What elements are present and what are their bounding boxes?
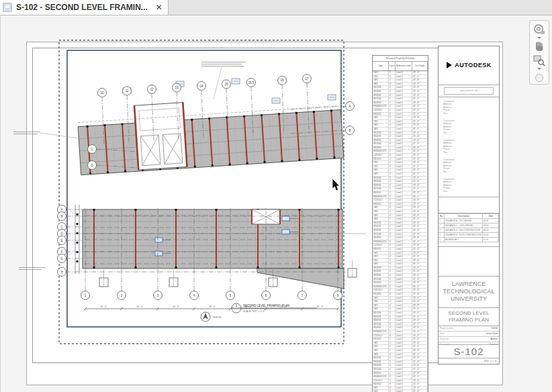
revision-row: 1ISSUANCE B - 50% DESIGN DEVELOPMENT04.1… bbox=[439, 219, 499, 224]
revision-row: 4ISSUANCE E - 100% CONSTRUCTION DOCUMENT… bbox=[439, 233, 499, 238]
titleblock-fields: Project number15016DateIssue DateDrawn b… bbox=[439, 326, 499, 345]
website-text: www.autodesk.com bbox=[444, 87, 494, 95]
revision-table: No. Description Date 1ISSUANCE B - 50% D… bbox=[439, 213, 499, 247]
consultant-block: ConsultantAddressAddressPhoneFax bbox=[443, 158, 499, 174]
consultant-line: Fax bbox=[443, 170, 499, 174]
sheet-icon bbox=[3, 3, 12, 12]
revision-header: No. Description Date bbox=[439, 213, 499, 219]
consultant-blocks: ConsultantAddressAddressPhoneFaxConsulta… bbox=[439, 97, 499, 197]
zoom-caret-icon bbox=[537, 68, 541, 70]
schedule-rows: 10K11Level 223' - 4"12K12Level 221' - 0"… bbox=[373, 71, 428, 392]
pan-hand-icon bbox=[533, 40, 545, 52]
titleblock-field: Project number15016 bbox=[439, 326, 499, 332]
navbar-options-button[interactable] bbox=[535, 74, 543, 82]
sheet-title-text: SECOND LEVEL FRAMING PLAN bbox=[439, 308, 499, 326]
autodesk-logo-text: AUTODESK bbox=[455, 62, 491, 68]
titleblock-field: Drawn byAuthor bbox=[439, 337, 499, 342]
consultant-line: Fax bbox=[443, 112, 499, 115]
revision-row: 2ISSUANCE C - 100% DESIGN DEVELOPMENT06.… bbox=[439, 224, 499, 228]
schedule-col-level: Reference Level bbox=[396, 62, 412, 70]
revision-row: 3ISSUANCE D - 50% CONSTRUCTION DOCUMENTS… bbox=[439, 228, 499, 233]
steering-wheel-button[interactable] bbox=[532, 23, 547, 39]
titleblock-spacer bbox=[439, 197, 499, 213]
view-tab-bar: S-102 - SECOND LEVEL FRAMIN... ✕ bbox=[0, 0, 552, 15]
schedule-col-length: Cut Length bbox=[412, 62, 428, 70]
titleblock-blank bbox=[439, 247, 499, 277]
drawing-canvas[interactable]: AUTODESK www.autodesk.com ConsultantAddr… bbox=[0, 15, 552, 392]
titleblock-field: DateIssue Date bbox=[439, 332, 499, 337]
titleblock[interactable]: AUTODESK www.autodesk.com ConsultantAddr… bbox=[438, 46, 500, 364]
titleblock-website: www.autodesk.com bbox=[439, 85, 499, 97]
revision-rows: 1ISSUANCE B - 50% DESIGN DEVELOPMENT04.1… bbox=[439, 219, 499, 242]
rev-col-date: Date bbox=[483, 214, 499, 218]
sheet-s102[interactable]: AUTODESK www.autodesk.com ConsultantAddr… bbox=[26, 42, 503, 385]
consultant-block: ConsultantAddressAddressPhoneFax bbox=[443, 100, 499, 115]
rev-col-description: Description bbox=[445, 214, 483, 218]
navigation-bar bbox=[529, 20, 549, 85]
structural-framing-schedule[interactable]: Structural Framing Schedule Type Count R… bbox=[372, 55, 428, 392]
tab-close-icon[interactable]: ✕ bbox=[156, 0, 163, 15]
schedule-title: Structural Framing Schedule bbox=[373, 56, 428, 62]
consultant-line: Fax bbox=[443, 190, 499, 193]
zoom-region-icon bbox=[533, 54, 546, 67]
consultant-block: ConsultantAddressAddressPhoneFax bbox=[443, 119, 499, 135]
rev-col-no: No. bbox=[439, 214, 445, 218]
autodesk-logo-icon bbox=[447, 62, 452, 68]
pan-button[interactable] bbox=[532, 40, 547, 52]
titleblock-logo: AUTODESK bbox=[439, 46, 499, 85]
consultant-line: Fax bbox=[443, 151, 499, 154]
revision-row: 5ADDENDUM 111.16 bbox=[439, 238, 499, 242]
consultant-block: ConsultantAddressAddressPhoneFax bbox=[443, 139, 499, 154]
zoom-button[interactable] bbox=[532, 54, 547, 70]
tab-title: S-102 - SECOND LEVEL FRAMIN... bbox=[16, 3, 148, 12]
sheet-number: S-102 bbox=[439, 345, 499, 358]
schedule-col-type: Type bbox=[373, 62, 389, 70]
steering-wheel-caret-icon bbox=[537, 37, 541, 39]
owner-name: LAWRENCE TECHNOLOGICAL UNIVERSITY bbox=[439, 277, 499, 309]
consultant-line: Fax bbox=[443, 132, 499, 135]
tab-s102-framing-plan[interactable]: S-102 - SECOND LEVEL FRAMIN... ✕ bbox=[0, 0, 169, 15]
sheet-scale: 3/32" = 1'-0" bbox=[439, 358, 499, 364]
schedule-header: Type Count Reference Level Cut Length bbox=[373, 62, 428, 71]
schedule-col-count: Count bbox=[389, 62, 396, 70]
steering-wheel-icon bbox=[533, 23, 546, 36]
consultant-block: ConsultantAddressAddressPhoneFax bbox=[443, 178, 499, 193]
